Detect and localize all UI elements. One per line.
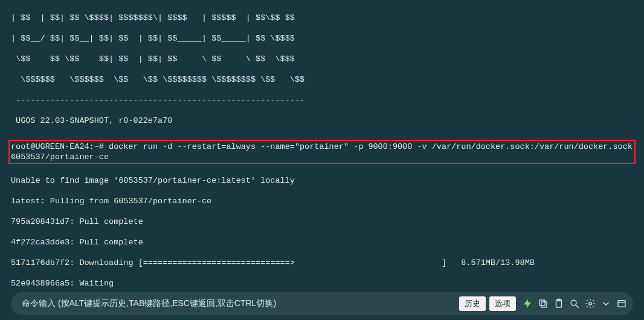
- history-button[interactable]: 历史: [459, 296, 486, 311]
- terminal-output: | $$ | $$| $$ \$$$$| $$$$$$$\| $$$$ | $$…: [0, 0, 644, 320]
- ascii-line: | $$ | $$| $$ \$$$$| $$$$$$$\| $$$$ | $$…: [11, 13, 633, 23]
- window-icon[interactable]: [616, 298, 627, 309]
- copy-icon[interactable]: [538, 298, 549, 309]
- svg-rect-1: [539, 300, 545, 305]
- svg-line-5: [576, 305, 579, 308]
- svg-point-4: [571, 300, 576, 305]
- toolbar-icons: [522, 298, 627, 309]
- search-icon[interactable]: [569, 298, 580, 309]
- ascii-line: \$$ $$ \$$ $$| $$ | $$| $$ \ $$ \ $$ \$$…: [11, 54, 633, 64]
- svg-rect-7: [618, 301, 625, 307]
- waiting-line: 52e9438966a5: Waiting: [11, 278, 633, 289]
- command-input-bar[interactable]: 命令输入 (按ALT键提示历史,TAB键路径,ESC键返回,双击CTRL切换) …: [11, 292, 633, 315]
- chevron-down-icon[interactable]: [601, 298, 611, 309]
- svg-rect-0: [541, 302, 547, 307]
- command-line: root@UGREEN-EA24:~# docker run -d --rest…: [11, 142, 637, 162]
- output-line: 4f272ca3dde3: Pull complete: [11, 237, 633, 247]
- options-button[interactable]: 选项: [489, 296, 516, 311]
- command-highlight: root@UGREEN-EA24:~# docker run -d --rest…: [8, 140, 636, 164]
- clipboard-icon[interactable]: [553, 298, 564, 309]
- ascii-line: \$$$$$$ \$$$$$$ \$$ \$$ \$$$$$$$$ \$$$$$…: [11, 74, 633, 85]
- os-version: UGOS 22.03-SNAPSHOT, r0-022e7a70: [11, 116, 633, 126]
- output-line: Unable to find image '6053537/portainer-…: [11, 175, 633, 186]
- bolt-icon[interactable]: [522, 298, 533, 309]
- ascii-line: ----------------------------------------…: [11, 95, 633, 105]
- output-line: latest: Pulling from 6053537/portainer-c…: [11, 196, 633, 206]
- download-line: 5171176db7f2: Downloading [=============…: [11, 258, 633, 268]
- command-input-placeholder[interactable]: 命令输入 (按ALT键提示历史,TAB键路径,ESC键返回,双击CTRL切换): [22, 298, 456, 309]
- ascii-line: | $$__/ $$| $$__| $$| $$ | $$| $$_____| …: [11, 33, 633, 44]
- svg-point-6: [589, 302, 592, 305]
- gear-icon[interactable]: [585, 298, 596, 309]
- output-line: 795a208431d7: Pull complete: [11, 217, 633, 227]
